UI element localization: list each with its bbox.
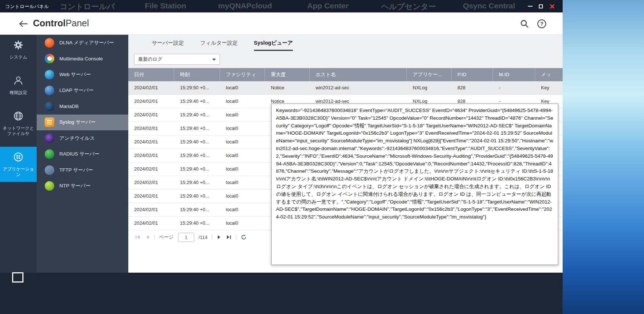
background-window-title: コントロールパ [60, 1, 115, 12]
apps-grid-icon [13, 157, 23, 163]
web-server-icon [45, 70, 54, 79]
column-header-facility[interactable]: ファシリティ [220, 68, 265, 81]
window-controls [528, 0, 555, 12]
column-header-severity[interactable]: 重大度 [265, 68, 310, 81]
cell-time: 15:29:40 +0... [174, 95, 220, 108]
background-window-title: ヘルプセンター [381, 1, 436, 12]
cell-date: 2024/02/01 [128, 122, 174, 135]
mariadb-icon [45, 102, 54, 111]
cell-time: 15:29:50 +0... [174, 81, 220, 94]
cell-time: 15:29:40 +0... [174, 122, 220, 135]
sidebar-item-radius-server[interactable]: RADIUS サーバー [37, 146, 128, 162]
sidebar-item-web-server[interactable]: Web サーバー [37, 67, 128, 83]
sidebar-item-tftp-server[interactable]: TFTP サーバー [37, 162, 128, 178]
ntp-icon [45, 181, 54, 191]
globe-icon [13, 116, 23, 122]
ldap-icon [45, 86, 54, 95]
column-header-mid[interactable]: M.ID [493, 68, 535, 81]
minimize-icon[interactable] [528, 6, 533, 7]
cell-message: Key [535, 81, 563, 94]
cell-date: 2024/02/01 [128, 190, 174, 203]
cell-facility: local0 [220, 176, 265, 189]
cell-host: win2012-ad-sec [310, 81, 407, 94]
sidebar-item-syslog-server[interactable]: Syslog サーバー [37, 115, 128, 131]
titlebar: コントロールパネル コントロールパ File Station myQNAPclo… [0, 0, 563, 12]
user-icon [13, 81, 23, 87]
next-page-icon[interactable] [217, 235, 222, 240]
page-input[interactable] [178, 233, 194, 242]
cell-pid: 828 [452, 81, 493, 94]
column-header-host[interactable]: ホスト名 [310, 68, 407, 81]
previous-page-icon[interactable] [145, 235, 150, 240]
desktop-screen: コントロールパネル コントロールパ File Station myQNAPclo… [0, 0, 644, 314]
column-header-pid[interactable]: P.ID [452, 68, 493, 81]
first-page-icon[interactable] [135, 235, 140, 240]
table-row[interactable]: 2024/02/01 15:29:50 +0... local0 Notice … [128, 81, 563, 95]
column-header-message[interactable]: メッ [535, 68, 563, 81]
cell-mid: - [493, 81, 535, 94]
sidebar-item-network[interactable]: ネットワークとファイルサ [0, 106, 37, 141]
cell-time: 15:29:40 +0... [174, 108, 220, 122]
cell-date: 2024/02/01 [128, 95, 174, 108]
cell-date: 2024/02/01 [128, 108, 174, 122]
background-window-title: App Center [307, 1, 349, 10]
column-header-application[interactable]: アプリケー... [407, 68, 452, 81]
page-total: /114 [199, 235, 207, 240]
log-filter-select[interactable]: 最新のログ [134, 54, 220, 65]
gear-icon [13, 45, 23, 51]
cell-time: 15:29:40 +0... [174, 203, 220, 216]
last-page-icon[interactable] [226, 235, 232, 240]
cell-date: 2024/02/01 [128, 149, 174, 162]
cell-facility: local0 [220, 108, 265, 122]
background-window-title: Qsync Central [463, 1, 515, 10]
sidebar-item-dlna[interactable]: DLNA メディアサーバー [37, 35, 128, 51]
cell-facility: local0 [220, 217, 265, 230]
sidebar-item-ldap-server[interactable]: LDAP サーバー [37, 83, 128, 99]
log-message-tooltip: Keywords="-9214364837600034816" EventTyp… [271, 104, 558, 265]
cell-time: 15:29:40 +0... [174, 149, 220, 162]
cell-time: 15:29:40 +0... [174, 176, 220, 189]
chevron-down-icon [212, 59, 216, 61]
cell-facility: local0 [220, 135, 265, 149]
divider [154, 235, 155, 240]
cell-date: 2024/02/01 [128, 162, 174, 176]
sidebar-item-applications[interactable]: アプリケーション [0, 147, 37, 182]
syslog-icon [45, 117, 54, 127]
cell-facility: local0 [220, 190, 265, 203]
header: ControlPanel ? [0, 12, 563, 35]
back-arrow-icon[interactable] [18, 20, 28, 29]
sidebar-item-multimedia-console[interactable]: Multimedia Console [37, 51, 128, 67]
desktop-background [0, 273, 563, 314]
search-icon[interactable] [520, 19, 529, 30]
cell-date: 2024/02/01 [128, 135, 174, 149]
sidebar-item-system[interactable]: システム [0, 35, 37, 64]
cell-facility: local0 [220, 149, 265, 162]
cell-time: 15:29:40 +0... [174, 217, 220, 230]
tab-filter-settings[interactable]: フィルター設定 [200, 35, 238, 51]
sidebar-item-ntp-server[interactable]: NTP サーバー [37, 178, 128, 194]
sidebar-item-mariadb[interactable]: MariaDB [37, 98, 128, 115]
cell-facility: local0 [220, 162, 265, 176]
cell-severity: Notice [265, 81, 310, 94]
help-icon[interactable]: ? [537, 19, 546, 28]
tab-syslog-viewer[interactable]: Syslogビューア [254, 35, 293, 51]
radius-icon [45, 149, 54, 159]
app-sidebar: DLNA メディアサーバー Multimedia Console Web サーバ… [37, 35, 128, 273]
tftp-icon [45, 165, 54, 175]
cell-date: 2024/02/01 [128, 217, 174, 230]
column-header-date[interactable]: 日付 [128, 68, 174, 81]
sidebar-item-permissions[interactable]: 権限設定 [0, 70, 37, 100]
refresh-icon[interactable] [241, 234, 247, 240]
close-icon[interactable] [549, 4, 555, 9]
dlna-icon [45, 38, 54, 48]
sidebar-item-antivirus[interactable]: アンチウイルス [37, 130, 128, 146]
cell-facility: local0 [220, 81, 265, 94]
table-header: 日付 時刻 ファシリティ 重大度 ホスト名 アプリケー... P.ID M.ID… [128, 68, 563, 81]
maximize-icon[interactable] [539, 4, 543, 8]
cell-date: 2024/02/01 [128, 203, 174, 216]
multimedia-icon [45, 54, 54, 63]
tab-server-settings[interactable]: サーバー設定 [152, 35, 184, 51]
cell-date: 2024/02/01 [128, 81, 174, 94]
background-window-title: File Station [145, 1, 186, 10]
column-header-time[interactable]: 時刻 [174, 68, 220, 81]
